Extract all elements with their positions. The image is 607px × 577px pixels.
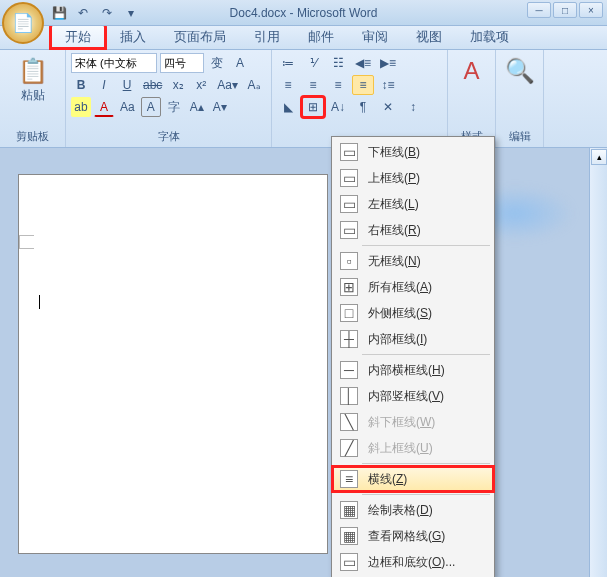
line-spacing-button[interactable]: ↕≡ [377,75,399,95]
align-center-button[interactable]: ≡ [302,75,324,95]
menu-item-I[interactable]: ┼内部框线(I) [332,326,494,352]
menu-item-A[interactable]: ⊞所有框线(A) [332,274,494,300]
menu-item-label: 内部框线(I) [368,331,427,348]
numbering-button[interactable]: ⅟ [302,53,324,73]
menu-item-label: 绘制表格(D) [368,502,433,519]
bold-button[interactable]: B [71,75,91,95]
document-page[interactable] [18,174,328,554]
tab-3[interactable]: 引用 [240,25,294,49]
menu-item-U[interactable]: ╱斜上框线(U) [332,435,494,461]
menu-item-label: 斜上框线(U) [368,440,433,457]
group-font-label: 字体 [71,127,266,144]
sort-button[interactable]: A↓ [327,97,349,117]
shading-button[interactable]: ◣ [277,97,299,117]
border-type-icon: ⊞ [340,278,358,296]
border-type-icon: ▫ [340,252,358,270]
multilevel-button[interactable]: ☷ [327,53,349,73]
change-case-button[interactable]: Aa▾ [214,75,241,95]
dedent-button[interactable]: ◀≡ [352,53,374,73]
menu-item-label: 内部竖框线(V) [368,388,444,405]
border-button[interactable]: ⊞ [302,97,324,117]
font-size-combo[interactable]: 四号 [160,53,204,73]
highlight-button[interactable]: ab [71,97,91,117]
close-button[interactable]: × [579,2,603,18]
font-color-button[interactable]: A [94,97,114,117]
char-border-top[interactable]: A [230,53,250,73]
menu-item-label: 横线(Z) [368,471,407,488]
align-left-button[interactable]: ≡ [277,75,299,95]
border-type-icon: ╲ [340,413,358,431]
menu-item-R[interactable]: ▭右框线(R) [332,217,494,243]
bullets-button[interactable]: ≔ [277,53,299,73]
tab-1[interactable]: 插入 [106,25,160,49]
align-right-button[interactable]: ≡ [327,75,349,95]
menu-item-B[interactable]: ▭下框线(B) [332,139,494,165]
border-type-icon: ▭ [340,169,358,187]
show-marks-button[interactable]: ¶ [352,97,374,117]
tab-4[interactable]: 邮件 [294,25,348,49]
grow-font-button[interactable]: A▴ [187,97,207,117]
qat-undo[interactable]: ↶ [74,4,92,22]
menu-item-label: 斜下框线(W) [368,414,435,431]
tab-6[interactable]: 视图 [402,25,456,49]
border-type-icon: ▦ [340,501,358,519]
border-type-icon: ≡ [340,470,358,488]
maximize-button[interactable]: □ [553,2,577,18]
find-icon[interactable]: 🔍 [504,55,536,87]
menu-item-N[interactable]: ▫无框线(N) [332,248,494,274]
char-border-button[interactable]: A [141,97,161,117]
tab-0[interactable]: 开始 [50,24,106,49]
superscript-button[interactable]: x² [191,75,211,95]
enclose-char-button[interactable]: Aa [117,97,138,117]
border-type-icon: ▭ [340,195,358,213]
menu-item-L[interactable]: ▭左框线(L) [332,191,494,217]
menu-item-S[interactable]: □外侧框线(S) [332,300,494,326]
clear-formatting-button[interactable]: Aₐ [244,75,264,95]
scroll-up-button[interactable]: ▴ [591,149,607,165]
indent-button[interactable]: ▶≡ [377,53,399,73]
vertical-scrollbar[interactable]: ▴ [589,148,607,577]
office-button[interactable]: 📄 [2,2,44,44]
menu-item-W[interactable]: ╲斜下框线(W) [332,409,494,435]
circle-char-button[interactable]: 字 [164,97,184,117]
menu-separator [362,494,490,495]
styles-icon[interactable]: A [456,55,488,87]
text-cursor [39,295,41,309]
tab-5[interactable]: 审阅 [348,25,402,49]
minimize-button[interactable]: ─ [527,2,551,18]
qat-more[interactable]: ▾ [122,4,140,22]
tab-7[interactable]: 加载项 [456,25,523,49]
text-direction-button[interactable]: ↕ [402,97,424,117]
italic-button[interactable]: I [94,75,114,95]
asian-layout-button[interactable]: ✕ [377,97,399,117]
qat-redo[interactable]: ↷ [98,4,116,22]
tab-2[interactable]: 页面布局 [160,25,240,49]
menu-item-label: 左框线(L) [368,196,419,213]
menu-separator [362,245,490,246]
subscript-button[interactable]: x₂ [168,75,188,95]
menu-separator [362,463,490,464]
menu-item-H[interactable]: ─内部横框线(H) [332,357,494,383]
paste-icon[interactable]: 📋 [17,55,49,87]
justify-button[interactable]: ≡ [352,75,374,95]
group-editing-label: 编辑 [501,127,538,144]
menu-item-Z[interactable]: ≡横线(Z) [332,466,494,492]
border-type-icon: ─ [340,361,358,379]
font-name-combo[interactable]: 宋体 (中文标 [71,53,157,73]
menu-item-P[interactable]: ▭上框线(P) [332,165,494,191]
menu-item-O[interactable]: ▭边框和底纹(O)... [332,549,494,575]
menu-item-V[interactable]: │内部竖框线(V) [332,383,494,409]
qat-save[interactable]: 💾 [50,4,68,22]
menu-item-D[interactable]: ▦绘制表格(D) [332,497,494,523]
window-title: Doc4.docx - Microsoft Word [230,6,378,20]
menu-item-label: 查看网格线(G) [368,528,445,545]
menu-item-label: 内部横框线(H) [368,362,445,379]
strike-button[interactable]: abc [140,75,165,95]
menu-item-label: 边框和底纹(O)... [368,554,455,571]
phonetic-guide[interactable]: 变 [207,53,227,73]
menu-item-label: 下框线(B) [368,144,420,161]
group-clipboard-label: 剪贴板 [5,127,60,144]
underline-button[interactable]: U [117,75,137,95]
shrink-font-button[interactable]: A▾ [210,97,230,117]
menu-item-G[interactable]: ▦查看网格线(G) [332,523,494,549]
